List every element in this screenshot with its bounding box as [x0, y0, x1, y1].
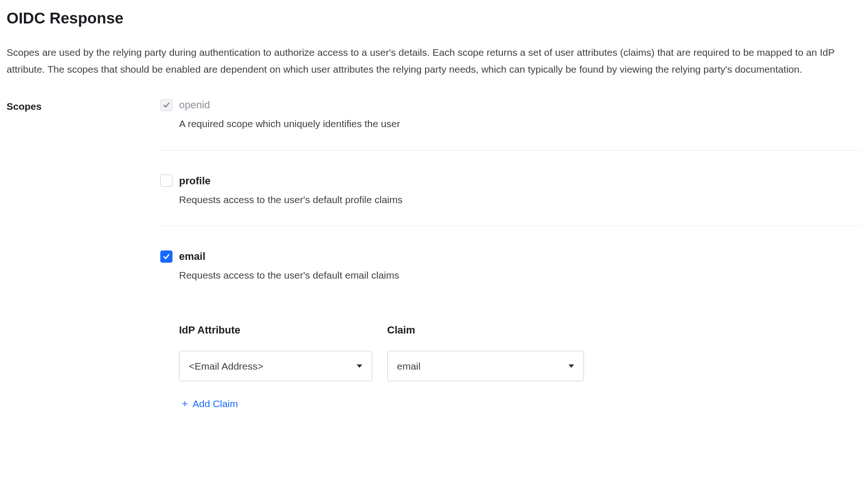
claim-header: Claim [387, 322, 584, 338]
plus-icon: + [182, 399, 188, 409]
claims-area: IdP Attribute Claim <Email Address> emai… [179, 322, 861, 411]
scope-desc-openid: A required scope which uniquely identifi… [179, 116, 861, 131]
scope-checkbox-openid [160, 99, 172, 111]
chevron-down-icon [569, 364, 574, 368]
chevron-down-icon [357, 364, 362, 368]
checkmark-icon [162, 101, 171, 109]
idp-attribute-select[interactable]: <Email Address> [179, 351, 372, 382]
scope-row-openid: openid A required scope which uniquely i… [160, 97, 861, 151]
scope-row-email: email Requests access to the user's defa… [160, 249, 861, 411]
scope-checkbox-profile[interactable] [160, 174, 172, 187]
scopes-section: Scopes openid A required scope which uni… [7, 97, 861, 411]
add-claim-label: Add Claim [193, 396, 238, 411]
scopes-label: Scopes [7, 97, 160, 114]
scope-name-profile: profile [179, 173, 210, 189]
scope-checkbox-email[interactable] [160, 250, 172, 263]
scope-desc-profile: Requests access to the user's default pr… [179, 192, 861, 207]
claims-row: <Email Address> email [179, 351, 861, 382]
page-title: OIDC Response [7, 7, 861, 30]
idp-attribute-header: IdP Attribute [179, 322, 372, 338]
idp-attribute-value: <Email Address> [189, 359, 263, 374]
claim-value: email [397, 359, 420, 374]
scopes-list: openid A required scope which uniquely i… [160, 97, 861, 411]
claim-select[interactable]: email [387, 351, 584, 382]
scope-name-openid: openid [179, 97, 210, 113]
scopes-intro-text: Scopes are used by the relying party dur… [7, 44, 861, 79]
add-claim-button[interactable]: + Add Claim [182, 396, 238, 411]
scope-row-profile: profile Requests access to the user's de… [160, 173, 861, 227]
scope-desc-email: Requests access to the user's default em… [179, 268, 861, 283]
checkmark-icon [162, 252, 171, 261]
scope-name-email: email [179, 249, 205, 264]
